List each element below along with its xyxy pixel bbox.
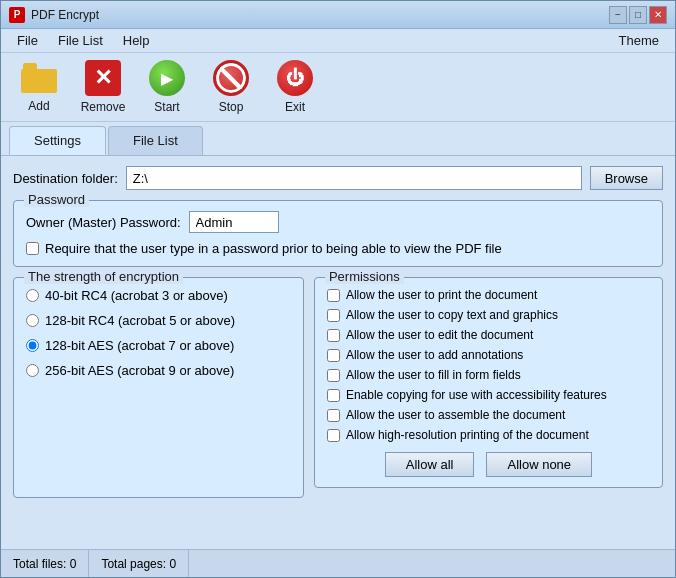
perm-label-7: Allow high-resolution printing of the do…: [346, 428, 589, 442]
perm-checkbox-1[interactable]: [327, 309, 340, 322]
owner-password-input[interactable]: [189, 211, 279, 233]
title-bar-left: P PDF Encrypt: [9, 7, 99, 23]
perm-row-0: Allow the user to print the document: [327, 288, 650, 302]
remove-icon: ✕: [85, 60, 121, 96]
permissions-group-label: Permissions: [325, 269, 404, 284]
encryption-label-0: 40-bit RC4 (acrobat 3 or above): [45, 288, 228, 303]
menu-left: File File List Help: [9, 31, 158, 50]
exit-label: Exit: [285, 100, 305, 114]
tab-settings[interactable]: Settings: [9, 126, 106, 155]
start-button[interactable]: ▶ Start: [137, 57, 197, 117]
encryption-label-1: 128-bit RC4 (acrobat 5 or above): [45, 313, 235, 328]
perm-checkbox-4[interactable]: [327, 369, 340, 382]
perm-row-1: Allow the user to copy text and graphics: [327, 308, 650, 322]
remove-label: Remove: [81, 100, 126, 114]
maximize-button[interactable]: □: [629, 6, 647, 24]
perm-checkbox-3[interactable]: [327, 349, 340, 362]
stop-icon: [213, 60, 249, 96]
app-icon: P: [9, 7, 25, 23]
status-bar: Total files: 0 Total pages: 0: [1, 549, 675, 577]
perm-checkbox-0[interactable]: [327, 289, 340, 302]
permissions-column: Permissions Allow the user to print the …: [314, 277, 663, 498]
add-button[interactable]: Add: [9, 57, 69, 117]
encryption-radio-2[interactable]: [26, 339, 39, 352]
destination-input[interactable]: [126, 166, 582, 190]
close-button[interactable]: ✕: [649, 6, 667, 24]
browse-button[interactable]: Browse: [590, 166, 663, 190]
encryption-radio-3[interactable]: [26, 364, 39, 377]
perm-label-1: Allow the user to copy text and graphics: [346, 308, 558, 322]
permissions-group: Permissions Allow the user to print the …: [314, 277, 663, 488]
allow-none-button[interactable]: Allow none: [486, 452, 592, 477]
encryption-radio-1[interactable]: [26, 314, 39, 327]
perm-checkbox-5[interactable]: [327, 389, 340, 402]
perm-label-6: Allow the user to assemble the document: [346, 408, 565, 422]
perm-row-6: Allow the user to assemble the document: [327, 408, 650, 422]
encryption-label-2: 128-bit AES (acrobat 7 or above): [45, 338, 234, 353]
tab-file-list[interactable]: File List: [108, 126, 203, 155]
menu-help[interactable]: Help: [115, 31, 158, 50]
add-label: Add: [28, 99, 49, 113]
password-group-label: Password: [24, 192, 89, 207]
allow-all-button[interactable]: Allow all: [385, 452, 475, 477]
add-icon: [21, 61, 57, 95]
menu-file[interactable]: File: [9, 31, 46, 50]
encryption-radio-0[interactable]: [26, 289, 39, 302]
perm-row-4: Allow the user to fill in form fields: [327, 368, 650, 382]
start-icon: ▶: [149, 60, 185, 96]
encryption-option-1: 128-bit RC4 (acrobat 5 or above): [26, 313, 291, 328]
perm-checkbox-6[interactable]: [327, 409, 340, 422]
exit-icon: ⏻: [277, 60, 313, 96]
destination-row: Destination folder: Browse: [13, 166, 663, 190]
title-bar: P PDF Encrypt − □ ✕: [1, 1, 675, 29]
owner-password-row: Owner (Master) Password:: [26, 211, 650, 233]
encryption-group: The strength of encryption 40-bit RC4 (a…: [13, 277, 304, 498]
allow-buttons-row: Allow all Allow none: [327, 452, 650, 477]
app-window: P PDF Encrypt − □ ✕ File File List Help …: [0, 0, 676, 578]
require-password-checkbox[interactable]: [26, 242, 39, 255]
main-content: Destination folder: Browse Password Owne…: [1, 156, 675, 508]
destination-label: Destination folder:: [13, 171, 118, 186]
exit-button[interactable]: ⏻ Exit: [265, 57, 325, 117]
perm-checkbox-7[interactable]: [327, 429, 340, 442]
perm-label-3: Allow the user to add annotations: [346, 348, 523, 362]
encryption-option-0: 40-bit RC4 (acrobat 3 or above): [26, 288, 291, 303]
owner-password-label: Owner (Master) Password:: [26, 215, 181, 230]
perm-label-4: Allow the user to fill in form fields: [346, 368, 521, 382]
remove-button[interactable]: ✕ Remove: [73, 57, 133, 117]
perm-row-7: Allow high-resolution printing of the do…: [327, 428, 650, 442]
menu-theme[interactable]: Theme: [611, 31, 667, 50]
perm-checkbox-2[interactable]: [327, 329, 340, 342]
password-group: Password Owner (Master) Password: Requir…: [13, 200, 663, 267]
perm-label-5: Enable copying for use with accessibilit…: [346, 388, 607, 402]
two-column-layout: The strength of encryption 40-bit RC4 (a…: [13, 277, 663, 498]
stop-button[interactable]: Stop: [201, 57, 261, 117]
perm-label-0: Allow the user to print the document: [346, 288, 537, 302]
menu-bar: File File List Help Theme: [1, 29, 675, 53]
total-files-cell: Total files: 0: [1, 550, 89, 577]
encryption-label-3: 256-bit AES (acrobat 9 or above): [45, 363, 234, 378]
menu-file-list[interactable]: File List: [50, 31, 111, 50]
perm-label-2: Allow the user to edit the document: [346, 328, 533, 342]
app-title: PDF Encrypt: [31, 8, 99, 22]
toolbar: Add ✕ Remove ▶ Start Stop ⏻: [1, 53, 675, 122]
encryption-option-3: 256-bit AES (acrobat 9 or above): [26, 363, 291, 378]
stop-label: Stop: [219, 100, 244, 114]
require-password-row: Require that the user type in a password…: [26, 241, 650, 256]
perm-row-5: Enable copying for use with accessibilit…: [327, 388, 650, 402]
perm-row-2: Allow the user to edit the document: [327, 328, 650, 342]
encryption-column: The strength of encryption 40-bit RC4 (a…: [13, 277, 304, 498]
encryption-option-2: 128-bit AES (acrobat 7 or above): [26, 338, 291, 353]
window-controls: − □ ✕: [609, 6, 667, 24]
perm-row-3: Allow the user to add annotations: [327, 348, 650, 362]
total-pages-cell: Total pages: 0: [89, 550, 189, 577]
tab-bar: Settings File List: [1, 122, 675, 155]
progress-cell: [189, 550, 675, 577]
minimize-button[interactable]: −: [609, 6, 627, 24]
require-password-label: Require that the user type in a password…: [45, 241, 502, 256]
encryption-group-label: The strength of encryption: [24, 269, 183, 284]
start-label: Start: [154, 100, 179, 114]
